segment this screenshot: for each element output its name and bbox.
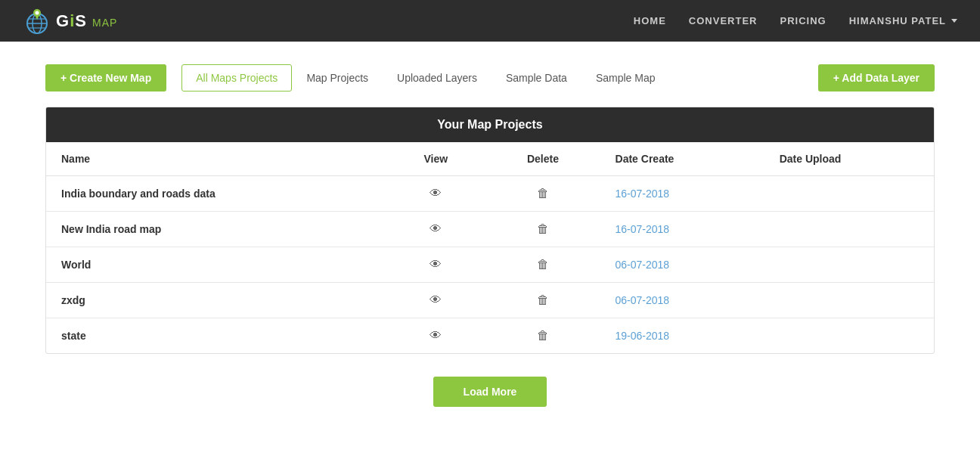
user-caret-icon — [951, 19, 957, 23]
toolbar: + Create New Map All Maps Projects Map P… — [45, 64, 935, 92]
tab-map-projects[interactable]: Map Projects — [292, 64, 383, 92]
nav-pricing[interactable]: PRICING — [780, 15, 826, 26]
table-row: India boundary and roads data👁🗑16-07-201… — [46, 176, 934, 212]
row-view[interactable]: 👁 — [386, 247, 485, 283]
table-row: New India road map👁🗑16-07-2018 — [46, 212, 934, 247]
row-date-create: 16-07-2018 — [600, 212, 764, 247]
row-date-create: 19-06-2018 — [600, 318, 764, 354]
row-view[interactable]: 👁 — [386, 176, 485, 212]
delete-icon[interactable]: 🗑 — [537, 329, 549, 343]
tab-sample-map[interactable]: Sample Map — [581, 64, 670, 92]
brand-logo[interactable]: GiS MAP — [23, 7, 117, 36]
tab-all-maps[interactable]: All Maps Projects — [181, 64, 292, 92]
main-content: + Create New Map All Maps Projects Map P… — [0, 42, 980, 430]
brand-g: G — [56, 11, 70, 30]
row-date-upload — [764, 318, 934, 354]
view-icon[interactable]: 👁 — [430, 258, 442, 271]
table-row: state👁🗑19-06-2018 — [46, 318, 934, 354]
row-name: zxdg — [46, 283, 386, 318]
row-date-upload — [764, 212, 934, 247]
row-delete[interactable]: 🗑 — [485, 176, 600, 212]
row-date-create: 06-07-2018 — [600, 247, 764, 283]
svg-point-6 — [36, 11, 39, 14]
brand-s: S — [75, 11, 87, 30]
navbar: GiS MAP HOME CONVERTER PRICING HIMANSHU … — [0, 0, 980, 42]
view-icon[interactable]: 👁 — [430, 329, 442, 343]
add-data-layer-button[interactable]: + Add Data Layer — [818, 64, 935, 92]
row-name: state — [46, 318, 386, 354]
row-date-upload — [764, 247, 934, 283]
tab-sample-data[interactable]: Sample Data — [492, 64, 581, 92]
map-projects-table: Your Map Projects Name View Delete Date … — [45, 107, 935, 354]
row-name: India boundary and roads data — [46, 176, 386, 212]
view-icon[interactable]: 👁 — [430, 187, 442, 200]
row-date-upload — [764, 283, 934, 318]
row-delete[interactable]: 🗑 — [485, 212, 600, 247]
col-name: Name — [46, 142, 386, 176]
nav-converter[interactable]: CONVERTER — [689, 15, 758, 26]
brand-map: MAP — [92, 17, 117, 29]
brand-name: GiS MAP — [56, 11, 117, 31]
table-title: Your Map Projects — [46, 107, 934, 142]
user-menu[interactable]: HIMANSHU PATEL — [849, 15, 957, 26]
row-date-upload — [764, 176, 934, 212]
create-new-map-button[interactable]: + Create New Map — [45, 64, 166, 92]
delete-icon[interactable]: 🗑 — [537, 222, 549, 236]
row-delete[interactable]: 🗑 — [485, 283, 600, 318]
col-delete: Delete — [485, 142, 600, 176]
row-name: World — [46, 247, 386, 283]
col-date-upload: Date Upload — [764, 142, 934, 176]
delete-icon[interactable]: 🗑 — [537, 258, 549, 271]
row-delete[interactable]: 🗑 — [485, 247, 600, 283]
col-view: View — [386, 142, 485, 176]
col-date-create: Date Create — [600, 142, 764, 176]
view-icon[interactable]: 👁 — [430, 222, 442, 236]
table-row: World👁🗑06-07-2018 — [46, 247, 934, 283]
table-header-row: Name View Delete Date Create Date Upload — [46, 142, 934, 176]
load-more-button[interactable]: Load More — [433, 377, 547, 407]
tab-uploaded-layers[interactable]: Uploaded Layers — [383, 64, 492, 92]
row-date-create: 06-07-2018 — [600, 283, 764, 318]
table-row: zxdg👁🗑06-07-2018 — [46, 283, 934, 318]
row-view[interactable]: 👁 — [386, 212, 485, 247]
row-view[interactable]: 👁 — [386, 318, 485, 354]
user-name: HIMANSHU PATEL — [849, 15, 946, 26]
nav-home[interactable]: HOME — [634, 15, 666, 26]
load-more-container: Load More — [45, 377, 935, 407]
row-name: New India road map — [46, 212, 386, 247]
logo-icon — [23, 7, 51, 36]
row-date-create: 16-07-2018 — [600, 176, 764, 212]
view-icon[interactable]: 👁 — [430, 293, 442, 307]
tabs: All Maps Projects Map Projects Uploaded … — [181, 64, 669, 92]
delete-icon[interactable]: 🗑 — [537, 187, 549, 200]
toolbar-left: + Create New Map All Maps Projects Map P… — [45, 64, 669, 92]
row-delete[interactable]: 🗑 — [485, 318, 600, 354]
delete-icon[interactable]: 🗑 — [537, 293, 549, 307]
nav-links: HOME CONVERTER PRICING HIMANSHU PATEL — [634, 15, 957, 26]
row-view[interactable]: 👁 — [386, 283, 485, 318]
